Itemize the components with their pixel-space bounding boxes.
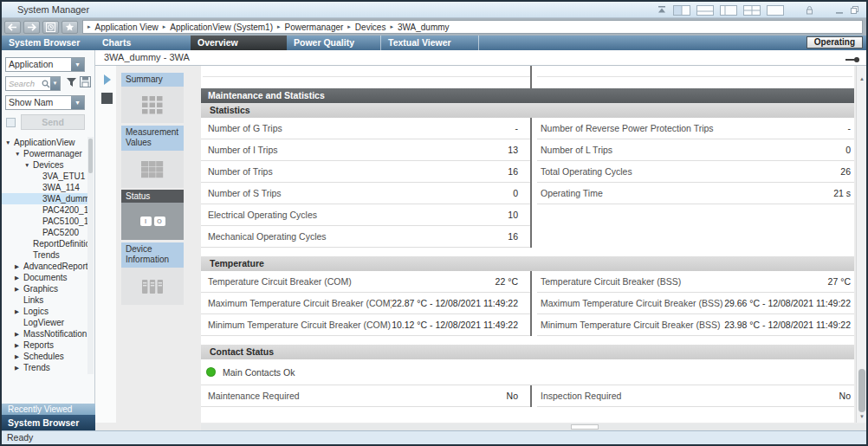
layout-left-pane-icon[interactable] (720, 5, 737, 16)
tree-expanded-icon[interactable]: ▼ (5, 137, 14, 148)
layout-split-vertical-icon[interactable] (673, 5, 690, 16)
vertical-scrollbar[interactable]: ▲ ▼ (856, 66, 866, 423)
contact-status-label: Main Contacts Ok (223, 367, 295, 378)
search-icon (42, 80, 50, 88)
scroll-down-icon[interactable]: ▼ (857, 414, 867, 419)
search-input[interactable] (6, 79, 42, 88)
send-button[interactable]: Send (21, 114, 85, 130)
tree-item-logviewer[interactable]: LogViewer (2, 317, 87, 328)
tab-power-quality[interactable]: Power Quality (287, 36, 381, 50)
left-column: Temperature Circuit Breaker (COM)22 °CMa… (201, 271, 530, 336)
row-value: 0 (845, 139, 854, 160)
tree-item-logics[interactable]: ▶Logics (2, 306, 87, 317)
layout-split-horizontal-icon[interactable] (696, 5, 714, 16)
tree-item-trends[interactable]: ▶Trends (2, 362, 87, 373)
vertical-scrollbar-thumb[interactable] (858, 369, 865, 412)
operating-mode-button[interactable]: Operating (806, 36, 863, 48)
tree-collapsed-icon[interactable]: ▶ (15, 351, 23, 362)
tree-item-schedules[interactable]: ▶Schedules (2, 351, 87, 362)
view-dropdown[interactable]: Application ▼ (5, 57, 85, 72)
row-value: 13 (508, 139, 530, 160)
breadcrumb-item-applicationview-system1[interactable]: ApplicationView (System1) (170, 23, 273, 32)
tree-item-applicationview[interactable]: ▼ApplicationView (2, 137, 87, 148)
filter-icon[interactable] (66, 77, 77, 89)
data-row-number-of-g-trips: Number of G Trips- (201, 118, 530, 139)
tree-collapsed-icon[interactable]: ▶ (15, 272, 23, 283)
history-button[interactable] (42, 21, 59, 34)
tab-overview[interactable]: Overview (191, 36, 287, 50)
scroll-up-icon[interactable]: ▲ (857, 76, 867, 81)
tree-item-label: LogViewer (23, 317, 64, 328)
tree-item-pac5200[interactable]: PAC5200 (2, 227, 87, 238)
tree-item-pac4200-1[interactable]: PAC4200_1 (2, 204, 87, 216)
horizontal-scrollbar-thumb[interactable] (571, 424, 599, 430)
save-icon[interactable] (80, 76, 91, 89)
data-row-maintenance-required: Maintenance RequiredNo (201, 385, 530, 407)
stop-square-icon[interactable] (101, 93, 113, 104)
layout-single-icon[interactable] (767, 5, 784, 16)
overview-nav-summary[interactable]: Summary (121, 73, 184, 123)
row-label: Minimum Temperature Circuit Breaker (BSS… (537, 314, 724, 335)
overview-content: SummaryMeasurement ValuesStatusIODevice … (95, 66, 866, 430)
tree-item-reports[interactable]: ▶Reports (2, 339, 87, 351)
send-checkbox[interactable] (6, 118, 16, 127)
tree-item-massnotification[interactable]: ▶MassNotification (2, 328, 87, 339)
tree-item-label: PAC4200_1 (42, 204, 87, 216)
horizontal-scrollbar[interactable] (201, 423, 865, 430)
lock-icon[interactable] (806, 5, 813, 16)
chevron-down-icon[interactable]: ▼ (71, 58, 84, 71)
tree-collapsed-icon[interactable]: ▶ (15, 283, 23, 294)
tree-collapsed-icon[interactable]: ▶ (15, 328, 23, 339)
chevron-down-icon[interactable]: ▼ (71, 96, 84, 109)
breadcrumb-item-devices[interactable]: Devices (355, 23, 386, 32)
tab-textual-viewer[interactable]: Textual Viewer (381, 36, 479, 50)
tree-item-3va-etu1[interactable]: 3VA_ETU1 (2, 171, 87, 182)
tree-item-graphics[interactable]: ▶Graphics (2, 283, 87, 294)
sidebar-footer-recently-viewed[interactable]: Recently Viewed (2, 404, 95, 415)
tree-item-documents[interactable]: ▶Documents (2, 272, 87, 283)
show-name-dropdown[interactable]: Show Nam ▼ (5, 95, 85, 110)
status-bar: Ready (2, 430, 866, 444)
row-label: Number of S Trips (201, 183, 513, 204)
tree-item-powermanager[interactable]: ▼Powermanager (2, 148, 87, 159)
tree-collapsed-icon[interactable]: ▶ (15, 362, 23, 373)
sidebar-footer-system-browser[interactable]: System Browser (2, 415, 95, 430)
group-header-contact-status: Contact Status (201, 345, 854, 359)
overview-nav-status[interactable]: StatusIO (121, 190, 184, 240)
tree-item-devices[interactable]: ▼Devices (2, 159, 87, 171)
tree-item-pac5100-1[interactable]: PAC5100_1 (2, 216, 87, 227)
breadcrumb-item-3wa-dummy[interactable]: 3WA_dummy (398, 23, 450, 32)
device-info-icon (121, 268, 184, 305)
forward-button[interactable] (23, 21, 40, 34)
search-box[interactable]: ▼ (5, 76, 61, 91)
tree-collapsed-icon[interactable]: ▶ (15, 339, 23, 351)
tree-expanded-icon[interactable]: ▼ (15, 148, 23, 159)
expand-arrow-icon[interactable] (104, 74, 111, 85)
tree-item-3wa-114[interactable]: 3WA_114 (2, 182, 87, 193)
tab-charts[interactable]: Charts (95, 36, 191, 50)
tree-scrollbar-thumb[interactable] (88, 139, 93, 173)
restore-icon[interactable] (850, 5, 859, 15)
tree-item-advancedreporting[interactable]: ▶AdvancedReporting (2, 261, 87, 272)
chevron-down-icon[interactable]: ▼ (50, 77, 60, 90)
tree-item-links[interactable]: Links (2, 294, 87, 306)
tree-expanded-icon[interactable]: ▼ (24, 159, 33, 171)
back-button[interactable] (4, 21, 21, 34)
tree-item-label: Links (23, 294, 43, 306)
tree-item-reportdefinition[interactable]: ReportDefinition (2, 238, 87, 249)
breadcrumb-item-powermanager[interactable]: Powermanager (285, 23, 344, 32)
overview-nav-device-information[interactable]: Device Information (121, 242, 184, 305)
tree-collapsed-icon[interactable]: ▶ (15, 306, 23, 317)
minimize-icon[interactable] (835, 6, 844, 15)
group-rows-contact-status: Maintenance RequiredNoInspection Require… (201, 385, 854, 407)
tree-item-3wa-dummy[interactable]: 3WA_dummy (2, 193, 87, 204)
tree-collapsed-icon[interactable]: ▶ (15, 261, 23, 272)
tree-scrollbar[interactable] (87, 137, 94, 374)
pin-handle-icon[interactable] (845, 57, 859, 61)
layout-quad-icon[interactable] (743, 5, 761, 16)
breadcrumb-item-application-view[interactable]: Application View (95, 23, 159, 32)
favorites-button[interactable] (62, 21, 78, 34)
tree-item-trends[interactable]: Trends (2, 249, 87, 261)
row-value: 21 s (833, 183, 854, 204)
overview-nav-measurement-values[interactable]: Measurement Values (121, 126, 184, 188)
